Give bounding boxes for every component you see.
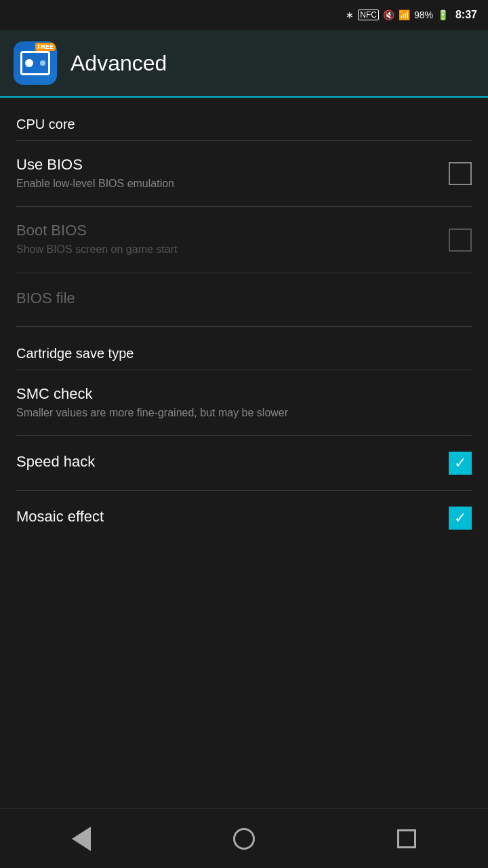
setting-speed-hack[interactable]: Speed hack ✓ <box>0 436 488 490</box>
setting-mosaic-effect-content: Mosaic effect <box>16 508 449 528</box>
setting-boot-bios: Boot BIOS Show BIOS screen on game start <box>0 207 488 272</box>
setting-use-bios-content: Use BIOS Enable low-level BIOS emulation <box>16 156 449 191</box>
mosaic-effect-checkbox[interactable]: ✓ <box>449 507 472 530</box>
setting-use-bios-title: Use BIOS <box>16 156 435 174</box>
recent-icon <box>397 829 416 848</box>
wifi-icon: 📶 <box>399 9 410 20</box>
setting-speed-hack-content: Speed hack <box>16 453 449 473</box>
setting-bios-file: BIOS file <box>0 273 488 326</box>
app-icon-badge: FREE <box>35 43 56 51</box>
battery-level: 98% <box>414 9 433 20</box>
nav-back-button[interactable] <box>54 822 108 856</box>
volume-mute-icon: 🔇 <box>383 9 394 20</box>
status-time: 8:37 <box>455 9 477 21</box>
status-bar: ∗ NFC 🔇 📶 98% 🔋 8:37 <box>0 0 488 30</box>
setting-use-bios[interactable]: Use BIOS Enable low-level BIOS emulation <box>0 141 488 206</box>
boot-bios-checkbox <box>449 229 472 252</box>
setting-mosaic-effect-title: Mosaic effect <box>16 508 435 526</box>
battery-icon: 🔋 <box>437 9 449 20</box>
app-bar-title: Advanced <box>70 51 167 76</box>
nav-recent-button[interactable] <box>380 822 434 856</box>
setting-bios-file-title: BIOS file <box>16 290 75 307</box>
setting-smc-check[interactable]: SMC check Smaller values are more fine-g… <box>0 370 488 435</box>
setting-mosaic-effect[interactable]: Mosaic effect ✓ <box>0 491 488 545</box>
speed-hack-checkbox[interactable]: ✓ <box>449 452 472 475</box>
nav-bar <box>0 808 488 868</box>
nav-home-button[interactable] <box>217 822 271 856</box>
section-cpu-core: CPU core <box>0 98 488 140</box>
setting-boot-bios-subtitle: Show BIOS screen on game start <box>16 242 435 257</box>
home-icon <box>233 828 255 850</box>
use-bios-checkbox[interactable] <box>449 162 472 185</box>
setting-boot-bios-title: Boot BIOS <box>16 222 435 239</box>
speed-hack-checkmark: ✓ <box>454 456 466 471</box>
settings-list: CPU core Use BIOS Enable low-level BIOS … <box>0 98 488 808</box>
back-icon <box>72 827 91 851</box>
setting-smc-check-content: SMC check Smaller values are more fine-g… <box>16 385 472 420</box>
nfc-icon: NFC <box>358 9 379 20</box>
setting-smc-check-title: SMC check <box>16 385 458 403</box>
app-icon-inner <box>20 51 50 75</box>
setting-boot-bios-content: Boot BIOS Show BIOS screen on game start <box>16 222 449 257</box>
app-icon: FREE <box>14 41 57 85</box>
app-bar: FREE Advanced <box>0 30 488 98</box>
setting-smc-check-subtitle: Smaller values are more fine-grained, bu… <box>16 406 458 420</box>
mosaic-effect-checkmark: ✓ <box>454 511 466 526</box>
bluetooth-icon: ∗ <box>346 9 354 20</box>
section-cartridge-save-type[interactable]: Cartridge save type <box>0 327 488 370</box>
status-icons: ∗ NFC 🔇 📶 98% 🔋 8:37 <box>346 9 477 21</box>
setting-speed-hack-title: Speed hack <box>16 453 435 471</box>
setting-use-bios-subtitle: Enable low-level BIOS emulation <box>16 176 435 191</box>
